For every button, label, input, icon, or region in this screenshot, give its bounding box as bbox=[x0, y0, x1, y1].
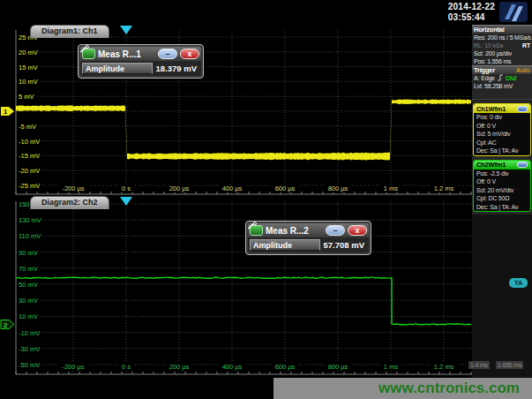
x-axis-label: -200 µs bbox=[62, 184, 84, 192]
realtime-badge: RT bbox=[522, 41, 530, 49]
ch1-dec-row: Dec: Sa | TA: Av bbox=[474, 147, 530, 155]
trigger-source: Ch2 bbox=[506, 74, 517, 82]
meas-popup-1-body: Amplitude 18.379 mV bbox=[80, 61, 201, 76]
ch1-scl-row: Scl: 5 mV/div bbox=[474, 130, 530, 139]
horizontal-section-header[interactable]: Horizontal bbox=[472, 25, 532, 34]
meas-popup-2-title: Meas R...2 bbox=[266, 226, 323, 236]
watermark: www.cntronics.com bbox=[273, 378, 532, 399]
timescale-row[interactable]: Scl: 200 µs/div bbox=[472, 49, 532, 57]
x-axis-label: 1 ms bbox=[384, 363, 399, 371]
channel-marker-number: 1 bbox=[4, 108, 7, 116]
sidebar-divider bbox=[472, 90, 532, 100]
x-axis-label: 400 µs bbox=[222, 363, 243, 371]
ch2-dec-row: Dec: Sa | TA: Av bbox=[474, 203, 530, 212]
x-axis-label: 1.2 ms bbox=[434, 363, 454, 371]
datetime: 2014-12-22 03:55:44 bbox=[448, 2, 495, 23]
y-axis-label: 20 mV bbox=[19, 49, 38, 56]
x-axis-label: 400 µs bbox=[222, 184, 243, 192]
diagram1-plot: 25 mV20 mV15 mV10 mV5 mV-5 mV-10 mV-15 m… bbox=[0, 25, 472, 196]
meas-tools-icon bbox=[82, 49, 95, 59]
meas-popup-1[interactable]: Meas R...1 – x Amplitude 18.379 mV bbox=[78, 44, 204, 79]
x-axis-label: 1.2 ms bbox=[434, 184, 454, 192]
meas-popup-2-body: Amplitude 57.708 mV bbox=[248, 237, 369, 252]
sidebar-lower-area: TA 1.4 ms 1.656 ms bbox=[472, 215, 532, 378]
y-axis-label: -25 mV bbox=[19, 182, 40, 190]
minimize-button[interactable]: – bbox=[158, 49, 177, 59]
y-axis-label: -5 mV bbox=[19, 123, 36, 131]
x-axis-label: 0 s bbox=[122, 363, 131, 371]
meas-popup-2[interactable]: Meas R...2 – x Amplitude 57.708 mV bbox=[245, 221, 371, 255]
trigger-section-header[interactable]: Trigger Auto bbox=[472, 65, 532, 74]
y-axis-label: 50 mV bbox=[19, 281, 38, 289]
ch2wfm1-header[interactable]: Ch2Wfm1 bbox=[474, 161, 530, 169]
y-axis-label: 15 mV bbox=[19, 64, 38, 72]
meas-tools-icon bbox=[250, 225, 263, 236]
trigger-title: Trigger bbox=[474, 66, 495, 74]
close-button[interactable]: x bbox=[348, 225, 367, 236]
meas-popup-1-titlebar[interactable]: Meas R...1 – x bbox=[80, 47, 201, 61]
minimize-button[interactable]: – bbox=[326, 225, 345, 236]
horizontal-title: Horizontal bbox=[474, 26, 505, 34]
time-label: 03:55:44 bbox=[448, 12, 495, 23]
ch1-pos-row: Pos: 0 div bbox=[474, 113, 530, 122]
x-axis-label: 200 µs bbox=[169, 184, 190, 192]
trigger-mode-badge: Auto bbox=[516, 66, 530, 74]
y-axis-label: -15 mV bbox=[19, 152, 40, 160]
x-axis-label: 1 ms bbox=[384, 184, 399, 192]
meas-popup-1-title: Meas R...1 bbox=[98, 49, 155, 59]
resolution-row[interactable]: Res: 200 ns / 5 MSa/s bbox=[472, 34, 532, 41]
position-row[interactable]: Pos: 1.556 ms bbox=[472, 57, 532, 65]
ch1wfm1-header[interactable]: Ch1Wfm1 bbox=[474, 104, 530, 113]
ch2-scl-row: Scl: 20 mV/div bbox=[474, 186, 530, 195]
x-axis-label: 800 µs bbox=[328, 184, 348, 192]
tab-diagram2[interactable]: Diagram2: Ch2 bbox=[30, 196, 109, 209]
ch2-off-row: Off: 0 V bbox=[474, 177, 530, 186]
trigger-armed-badge: TA bbox=[509, 278, 528, 288]
x-axis-label: -200 µs bbox=[62, 363, 84, 371]
diagram1: 25 mV20 mV15 mV10 mV5 mV-5 mV-10 mV-15 m… bbox=[0, 25, 472, 196]
y-axis-label: 10 mV bbox=[19, 78, 38, 86]
y-axis-label: -30 mV bbox=[19, 345, 40, 353]
x-axis-label: 0 s bbox=[122, 184, 131, 192]
ch1-off-row: Off: 0 V bbox=[474, 122, 530, 131]
waveform-minimize-icon[interactable] bbox=[517, 106, 528, 112]
y-axis-label: -10 mV bbox=[19, 329, 40, 337]
right-edge-time-label: 1.656 ms bbox=[496, 361, 523, 369]
y-axis-label: 10 mV bbox=[19, 312, 38, 320]
y-axis-label: 5 mV bbox=[19, 93, 34, 101]
x-axis-label: 600 µs bbox=[275, 363, 296, 371]
channel-marker-number: 2 bbox=[4, 321, 7, 329]
trigger-position-marker[interactable] bbox=[120, 26, 132, 34]
x-axis-label: 200 µs bbox=[169, 363, 190, 371]
record-length-row[interactable]: RL: 10 kSa RT bbox=[472, 41, 532, 49]
oscilloscope-screen: 2014-12-22 03:55:44 25 mV20 mV15 mV10 mV… bbox=[0, 0, 532, 399]
sidebar-settings: Horizontal Res: 200 ns / 5 MSa/s RL: 10 … bbox=[472, 25, 532, 378]
ch1-waveform-trace bbox=[16, 99, 471, 160]
ch2wfm1-box[interactable]: Ch2Wfm1 Pos: -2.5 div Off: 0 V Scl: 20 m… bbox=[473, 160, 531, 213]
rising-edge-icon bbox=[497, 74, 504, 83]
ch2-pos-row: Pos: -2.5 div bbox=[474, 169, 530, 178]
amplitude-value: 18.379 mV bbox=[156, 64, 199, 73]
top-bar: 2014-12-22 03:55:44 bbox=[0, 0, 532, 25]
ch1-cpl-row: Cpl: AC bbox=[474, 139, 530, 147]
amplitude-value: 57.708 mV bbox=[324, 240, 367, 250]
ch2-cpl-row: Cpl: DC 50Ω bbox=[474, 194, 530, 203]
rohde-schwarz-logo bbox=[499, 2, 528, 22]
diagram2-plot: 150 mV130 mV110 mV90 mV70 mV50 mV30 mV10… bbox=[0, 196, 472, 378]
date-label: 2014-12-22 bbox=[448, 2, 495, 12]
close-button[interactable]: x bbox=[180, 49, 199, 59]
y-axis-label: 90 mV bbox=[19, 249, 38, 257]
diagram2: 150 mV130 mV110 mV90 mV70 mV50 mV30 mV10… bbox=[0, 196, 472, 378]
waveform-minimize-icon[interactable] bbox=[517, 162, 528, 168]
amplitude-param-field[interactable]: Amplitude bbox=[250, 239, 320, 251]
tab-diagram1[interactable]: Diagram1: Ch1 bbox=[30, 25, 109, 38]
y-axis-label: 110 mV bbox=[19, 232, 41, 240]
x-axis-label: 600 µs bbox=[275, 184, 296, 192]
y-axis-label: 70 mV bbox=[19, 265, 38, 273]
trigger-type-row[interactable]: A: Edge Ch2 bbox=[472, 74, 532, 82]
meas-popup-2-titlebar[interactable]: Meas R...2 – x bbox=[248, 223, 369, 237]
trigger-level-row[interactable]: Lvl: 58.258 mV bbox=[472, 82, 532, 90]
y-axis-label: 30 mV bbox=[19, 297, 38, 305]
ch1wfm1-box[interactable]: Ch1Wfm1 Pos: 0 div Off: 0 V Scl: 5 mV/di… bbox=[473, 103, 531, 156]
amplitude-param-field[interactable]: Amplitude bbox=[82, 63, 153, 74]
